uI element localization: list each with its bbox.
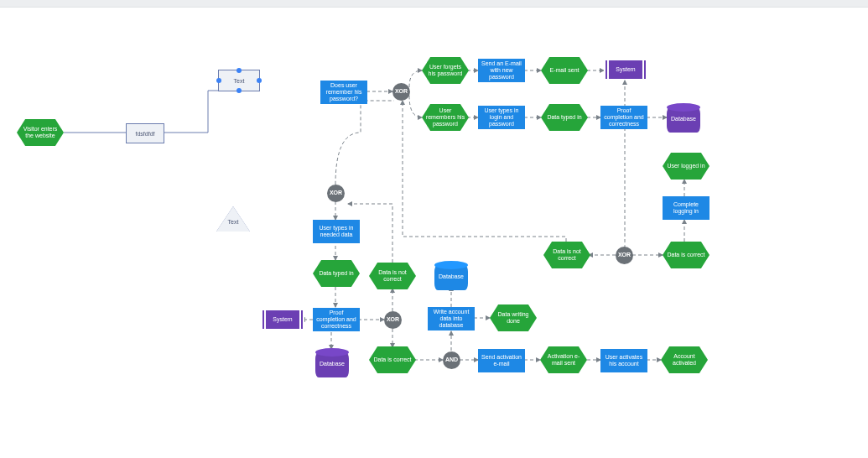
event-account-activated[interactable]: Account activated [661, 346, 708, 373]
task-types-data[interactable]: User types in needed data [313, 220, 360, 243]
gate-xor-2[interactable]: XOR [327, 185, 345, 202]
note-tri-label: Text [225, 219, 242, 225]
note-label: fdsfdfdf [136, 131, 155, 137]
event-data-correct-2[interactable]: Data is correct [369, 346, 416, 373]
task-send-email[interactable]: Send an E-mail with new password [478, 59, 525, 82]
event-user-remembers[interactable]: User remembers his password [422, 104, 469, 131]
note-text-label: Text [234, 78, 245, 84]
task-proof-2[interactable]: Proof completion and correctness [313, 308, 360, 331]
note-fdsfdfdf[interactable]: fdsfdfdf [126, 123, 164, 143]
event-typed-2[interactable]: Data typed in [313, 260, 360, 287]
database-2[interactable]: Database [434, 265, 468, 290]
task-remember-q[interactable]: Does user remember his password? [320, 81, 367, 104]
database-1[interactable]: Database [667, 107, 700, 133]
task-write-account[interactable]: Write account data into database [428, 307, 475, 330]
gate-xor-3[interactable]: XOR [384, 311, 402, 329]
event-activation-sent[interactable]: Activation e-mail sent [540, 346, 587, 373]
note-triangle[interactable]: Text [216, 206, 250, 232]
gate-xor-4[interactable]: XOR [616, 247, 633, 264]
database-3[interactable]: Database [315, 352, 349, 377]
event-data-correct-1[interactable]: Data is correct [663, 242, 709, 268]
task-send-activation[interactable]: Send activation e-mail [478, 349, 525, 372]
event-email-sent[interactable]: E-mail sent [541, 57, 588, 84]
task-types-login[interactable]: User types in login and password [478, 106, 525, 129]
note-text[interactable]: Text [218, 70, 260, 91]
task-complete-login[interactable]: Complete logging in [663, 196, 709, 220]
event-typed-1[interactable]: Data typed in [541, 104, 588, 131]
diagram-canvas[interactable]: Text fdsfdfdf Text Visitor enters the we… [0, 7, 868, 458]
toolbar-shadow [0, 0, 868, 7]
task-proof-1[interactable]: Proof completion and correctness [600, 106, 647, 129]
event-not-correct-1[interactable]: Data is not correct [543, 242, 590, 268]
system-1[interactable]: System [604, 60, 647, 79]
event-user-forgets[interactable]: User forgets his password [422, 57, 469, 84]
event-logged-in[interactable]: User logged in [663, 153, 709, 180]
system-2[interactable]: System [261, 310, 304, 329]
event-writing-done[interactable]: Data writing done [490, 304, 537, 331]
event-visitor-enters[interactable]: Visitor enters the website [17, 119, 64, 146]
gate-xor-1[interactable]: XOR [392, 83, 410, 101]
task-user-activates[interactable]: User activates his account [600, 349, 647, 372]
event-not-correct-2[interactable]: Data is not correct [369, 263, 416, 289]
gate-and-1[interactable]: AND [443, 351, 460, 369]
